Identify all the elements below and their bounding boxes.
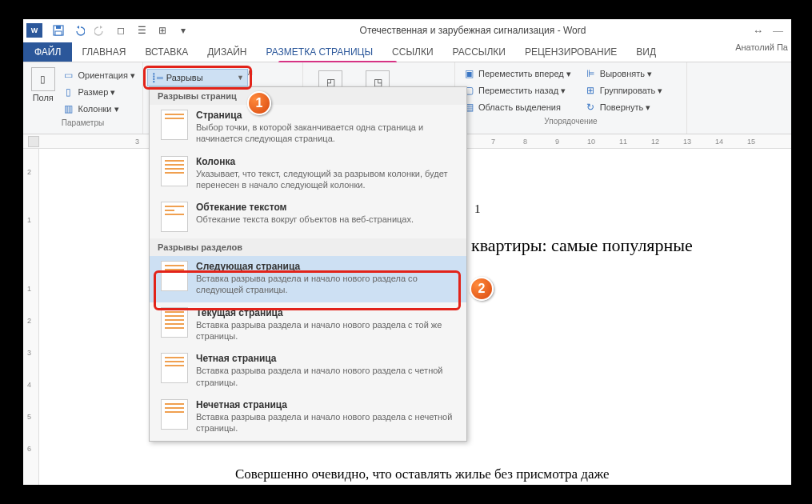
arrange-group-label: Упорядочение xyxy=(460,115,682,126)
tab-page-layout[interactable]: РАЗМЕТКА СТРАНИЦЫ xyxy=(257,43,383,62)
columns-button[interactable]: ▥Колонки ▾ xyxy=(59,101,138,117)
chevron-down-icon: ▼ xyxy=(237,74,244,82)
align-button[interactable]: ⊫Выровнять ▾ xyxy=(582,66,666,82)
margins-icon: ▯ xyxy=(31,67,55,91)
group-button[interactable]: ⊞Группировать ▾ xyxy=(582,82,666,98)
break-odd-page-item[interactable]: Нечетная страница Вставка разрыва раздел… xyxy=(150,394,466,441)
qat-icon-5[interactable]: ☰ xyxy=(132,22,151,39)
section-breaks-header: Разрывы разделов xyxy=(150,238,466,256)
continuous-icon xyxy=(161,307,188,338)
doc-heading: квартиры: самые популярные xyxy=(471,235,693,256)
qat-icon-4[interactable]: ◻ xyxy=(111,22,130,39)
minimize-icon[interactable]: — xyxy=(773,25,783,37)
selection-pane-button[interactable]: ▤Область выделения xyxy=(460,99,574,115)
callout-1: 1 xyxy=(247,91,271,115)
doc-page-number: 1 xyxy=(474,202,481,216)
qat-icon-6[interactable]: ⊞ xyxy=(153,22,172,39)
breaks-dropdown: Разрывы страниц Страница Выбор точки, в … xyxy=(149,86,467,442)
size-icon: ▯ xyxy=(62,86,74,98)
orientation-icon: ▭ xyxy=(62,69,74,82)
breaks-button[interactable]: ┋═ Разрывы ▼ xyxy=(147,69,248,86)
rotate-icon: ↻ xyxy=(584,101,597,114)
tab-mailings[interactable]: РАССЫЛКИ xyxy=(443,43,515,62)
forward-icon: ▣ xyxy=(462,67,475,80)
word-app-icon: W xyxy=(26,23,42,38)
size-button[interactable]: ▯Размер ▾ xyxy=(59,84,138,100)
textwrap-break-icon xyxy=(161,202,188,232)
bring-forward-button[interactable]: ▣Переместить вперед ▾ xyxy=(460,66,574,82)
breaks-icon: ┋═ xyxy=(151,73,163,83)
next-page-icon xyxy=(161,261,188,291)
tab-review[interactable]: РЕЦЕНЗИРОВАНИЕ xyxy=(515,43,626,62)
break-text-wrapping-item[interactable]: Обтекание текстом Обтекание текста вокру… xyxy=(150,197,466,238)
doc-body: Совершенно очевидно, что оставлять жилье… xyxy=(235,466,610,482)
save-icon[interactable] xyxy=(49,22,68,39)
page-setup-group-label: Параметры xyxy=(28,117,138,127)
page-breaks-header: Разрывы страниц xyxy=(150,87,466,105)
tab-file[interactable]: ФАЙЛ xyxy=(23,42,72,62)
even-page-icon xyxy=(161,353,188,383)
tab-references[interactable]: ССЫЛКИ xyxy=(382,43,442,62)
breaks-label: Разрывы xyxy=(166,73,203,82)
margins-button[interactable]: ▯ Поля xyxy=(28,64,58,117)
svg-rect-2 xyxy=(55,31,62,35)
page-break-icon xyxy=(161,110,188,140)
redo-icon[interactable] xyxy=(90,22,110,39)
send-backward-button[interactable]: ▢Переместить назад ▾ xyxy=(460,82,574,98)
rotate-button[interactable]: ↻Повернуть ▾ xyxy=(582,99,666,115)
break-column-item[interactable]: Колонка Указывает, что текст, следующий … xyxy=(150,151,466,198)
orientation-button[interactable]: ▭Ориентация ▾ xyxy=(59,67,138,83)
undo-icon[interactable] xyxy=(70,22,89,39)
svg-rect-1 xyxy=(56,26,61,29)
tab-view[interactable]: ВИД xyxy=(626,43,666,62)
vertical-ruler[interactable]: 2 1 1 2 3 4 5 6 xyxy=(23,149,39,485)
break-even-page-item[interactable]: Четная страница Вставка разрыва раздела … xyxy=(150,348,466,394)
align-icon: ⊫ xyxy=(584,67,597,80)
tab-home[interactable]: ГЛАВНАЯ xyxy=(72,43,135,62)
margins-label: Поля xyxy=(33,93,54,102)
document-title: Отечественная и зарубежная сигнализация … xyxy=(193,25,753,36)
callout-2: 2 xyxy=(470,277,494,301)
break-next-page-item[interactable]: Следующая страница Вставка разрыва разде… xyxy=(150,256,466,302)
break-page-item[interactable]: Страница Выбор точки, в которой заканчив… xyxy=(150,105,466,151)
odd-page-icon xyxy=(161,399,188,430)
break-continuous-item[interactable]: Текущая страница Вставка разрыва раздела… xyxy=(150,302,466,349)
group-icon: ⊞ xyxy=(584,84,597,97)
column-break-icon xyxy=(161,156,188,186)
tab-design[interactable]: ДИЗАЙН xyxy=(198,43,256,62)
columns-icon: ▥ xyxy=(62,102,74,115)
user-name: Анатолий Па xyxy=(735,42,791,52)
qat-icon-7[interactable]: ▾ xyxy=(174,22,193,39)
ruler-corner xyxy=(28,136,39,147)
tab-insert[interactable]: ВСТАВКА xyxy=(135,43,198,62)
ribbon-options-icon[interactable]: ↔ xyxy=(753,25,763,37)
